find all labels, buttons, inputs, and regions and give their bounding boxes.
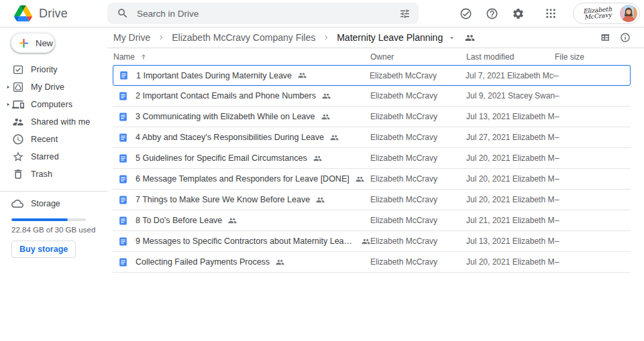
shared-people-icon <box>356 175 364 184</box>
help-icon[interactable] <box>485 7 498 20</box>
google-docs-icon <box>118 133 128 143</box>
storage-label: Storage <box>31 199 60 208</box>
shared-people-icon <box>276 258 284 267</box>
file-size: – <box>555 195 631 204</box>
file-owner: Elizabeth McCravy <box>370 153 466 163</box>
file-name: 1 Important Dates During Maternity Leave <box>136 71 292 80</box>
column-header-name[interactable]: Name <box>113 52 370 62</box>
buy-storage-button[interactable]: Buy storage <box>11 241 76 258</box>
sidebar-item-recent[interactable]: Recent <box>0 131 107 148</box>
file-name: 9 Messages to Specific Contractors about… <box>136 236 356 246</box>
sidebar-item-computers[interactable]: Computers <box>0 96 107 113</box>
search-bar[interactable] <box>107 3 419 24</box>
breadcrumb-my-drive[interactable]: My Drive <box>113 32 150 43</box>
sidebar-item-starred[interactable]: Starred <box>0 148 107 165</box>
caret-down-icon[interactable] <box>448 34 455 42</box>
file-owner: Elizabeth McCravy <box>370 91 466 100</box>
new-button-label: New <box>36 38 53 48</box>
column-header-last-modified[interactable]: Last modified <box>466 52 555 62</box>
table-row[interactable]: 6 Message Templates and Responders for L… <box>113 169 631 190</box>
shared-people-icon <box>321 113 330 121</box>
file-last-modified: Jul 20, 2021 Elizabeth McCravy <box>466 174 555 184</box>
google-docs-icon <box>118 153 128 163</box>
storage-usage-text: 22.84 GB of 30 GB used <box>11 226 97 234</box>
file-last-modified: Jul 27, 2021 Elizabeth McCravy <box>466 133 555 142</box>
table-row[interactable]: Collecting Failed Payments Process Eliza… <box>113 252 631 273</box>
breadcrumb-current-folder[interactable]: Maternity Leave Planning <box>337 32 443 43</box>
table-row[interactable]: 9 Messages to Specific Contractors about… <box>113 231 631 252</box>
storage-progress-bar <box>11 218 86 221</box>
expand-arrow-icon[interactable] <box>3 84 12 90</box>
table-row[interactable]: 3 Communicating with Elizabeth While on … <box>113 107 631 127</box>
file-name: 5 Guidelines for Specific Email Circumst… <box>136 153 307 163</box>
file-last-modified: Jul 9, 2021 Stacey Swan <box>466 91 555 100</box>
file-name: 7 Things to Make Sure We Know Before Lea… <box>136 195 310 204</box>
google-apps-grid-icon[interactable] <box>544 7 557 20</box>
file-owner: Elizabeth McCravy <box>370 71 466 80</box>
account-profile-button[interactable]: Elizabeth McCravy <box>573 3 640 24</box>
top-bar: Drive Elizabeth McCravy <box>0 0 644 27</box>
file-last-modified: Jul 20, 2021 Elizabeth McCravy <box>466 153 555 163</box>
file-size: – <box>555 236 631 246</box>
shared-people-icon <box>228 216 237 225</box>
grid-view-icon[interactable] <box>600 32 610 43</box>
sidebar-item-trash[interactable]: Trash <box>0 165 107 183</box>
table-row[interactable]: 4 Abby and Stacey's Responsibilities Dur… <box>113 127 631 148</box>
multicolor-plus-icon <box>18 38 30 49</box>
file-name: 6 Message Templates and Responders for L… <box>136 174 350 184</box>
table-row[interactable]: 1 Important Dates During Maternity Leave… <box>113 65 631 86</box>
file-size: – <box>555 112 631 121</box>
file-size: – <box>555 133 631 142</box>
sidebar-item-my-drive[interactable]: My Drive <box>0 78 107 96</box>
sidebar-item-priority[interactable]: Priority <box>0 61 107 78</box>
google-docs-icon <box>118 236 128 247</box>
shared-people-icon <box>316 196 325 204</box>
file-last-modified: Jul 20, 2021 Elizabeth McCravy <box>466 195 555 204</box>
column-header-file-size[interactable]: File size <box>555 52 631 62</box>
search-input[interactable] <box>137 9 399 19</box>
computers-icon <box>12 98 24 111</box>
sort-ascending-icon <box>140 53 148 61</box>
info-icon[interactable] <box>620 32 631 43</box>
shared-people-icon <box>362 237 370 246</box>
table-header: Name Owner Last modified File size <box>113 48 631 66</box>
avatar <box>620 5 637 22</box>
app-title: Drive <box>39 7 68 21</box>
table-row[interactable]: 7 Things to Make Sure We Know Before Lea… <box>113 190 631 210</box>
search-icon[interactable] <box>117 7 129 19</box>
breadcrumb: My Drive Elizabeth McCravy Company Files… <box>107 27 644 48</box>
shared-people-icon <box>322 92 331 100</box>
file-last-modified: Jul 7, 2021 Elizabeth McCravy <box>466 71 554 80</box>
file-size: – <box>555 216 631 225</box>
shared-people-icon <box>313 154 322 163</box>
sidebar-nav: Priority My Drive Computers <box>0 61 107 183</box>
expand-arrow-icon[interactable] <box>3 102 12 107</box>
table-row[interactable]: 5 Guidelines for Specific Email Circumst… <box>113 148 631 169</box>
breadcrumb-company-files[interactable]: Elizabeth McCravy Company Files <box>172 32 315 43</box>
sidebar: New Priority My Drive <box>0 27 107 341</box>
search-options-tune-icon[interactable] <box>399 8 411 19</box>
file-size: – <box>554 71 630 80</box>
my-drive-icon <box>12 81 24 93</box>
file-owner: Elizabeth McCravy <box>370 174 466 184</box>
column-header-owner[interactable]: Owner <box>370 52 466 62</box>
file-name: 4 Abby and Stacey's Responsibilities Dur… <box>136 133 324 142</box>
google-docs-icon <box>118 112 128 122</box>
table-row[interactable]: 2 Important Contact Emails and Phone Num… <box>113 86 631 107</box>
drive-logo[interactable]: Drive <box>0 5 107 21</box>
starred-icon <box>12 151 24 163</box>
topbar-actions: Elizabeth McCravy <box>459 3 644 24</box>
file-name: 2 Important Contact Emails and Phone Num… <box>136 91 316 100</box>
google-docs-icon <box>118 91 128 101</box>
file-owner: Elizabeth McCravy <box>370 195 466 204</box>
sidebar-item-shared-with-me[interactable]: Shared with me <box>0 113 107 131</box>
file-owner: Elizabeth McCravy <box>370 216 466 225</box>
settings-gear-icon[interactable] <box>511 7 525 20</box>
table-row[interactable]: 8 To Do's Before Leave Elizabeth McCravy… <box>113 210 631 231</box>
chevron-right-icon <box>158 34 164 41</box>
file-owner: Elizabeth McCravy <box>370 133 466 142</box>
google-docs-icon <box>119 70 129 80</box>
new-button[interactable]: New <box>11 33 55 53</box>
offline-status-check-icon[interactable] <box>459 7 472 20</box>
file-size: – <box>555 257 631 267</box>
